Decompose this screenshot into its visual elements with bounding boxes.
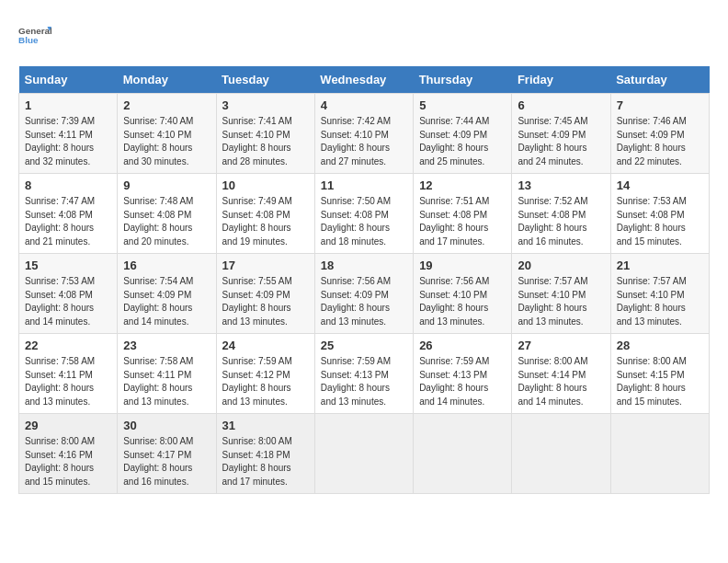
day-info: Sunrise: 7:55 AM Sunset: 4:09 PM Dayligh… xyxy=(222,275,309,328)
calendar-cell: 29 Sunrise: 8:00 AM Sunset: 4:16 PM Dayl… xyxy=(19,414,118,494)
calendar-day-header: Friday xyxy=(512,66,610,94)
day-number: 3 xyxy=(222,98,309,112)
calendar-cell: 19 Sunrise: 7:56 AM Sunset: 4:10 PM Dayl… xyxy=(414,254,512,334)
calendar-cell: 14 Sunrise: 7:53 AM Sunset: 4:08 PM Dayl… xyxy=(610,174,709,254)
day-info: Sunrise: 7:46 AM Sunset: 4:09 PM Dayligh… xyxy=(617,115,703,168)
day-info: Sunrise: 7:40 AM Sunset: 4:10 PM Dayligh… xyxy=(123,115,210,168)
calendar-cell xyxy=(314,414,413,494)
day-number: 15 xyxy=(25,259,111,272)
day-number: 2 xyxy=(123,98,210,112)
day-info: Sunrise: 7:51 AM Sunset: 4:08 PM Dayligh… xyxy=(419,195,506,248)
day-number: 20 xyxy=(518,259,604,272)
day-info: Sunrise: 7:44 AM Sunset: 4:09 PM Dayligh… xyxy=(419,115,506,168)
day-info: Sunrise: 7:57 AM Sunset: 4:10 PM Dayligh… xyxy=(617,275,703,328)
calendar-week-row: 29 Sunrise: 8:00 AM Sunset: 4:16 PM Dayl… xyxy=(19,414,710,494)
calendar-cell: 21 Sunrise: 7:57 AM Sunset: 4:10 PM Dayl… xyxy=(610,254,709,334)
day-number: 1 xyxy=(25,98,111,112)
calendar-cell: 18 Sunrise: 7:56 AM Sunset: 4:09 PM Dayl… xyxy=(314,254,413,334)
calendar-cell: 28 Sunrise: 8:00 AM Sunset: 4:15 PM Dayl… xyxy=(610,334,709,414)
calendar-cell: 5 Sunrise: 7:44 AM Sunset: 4:09 PM Dayli… xyxy=(414,94,512,174)
day-info: Sunrise: 7:59 AM Sunset: 4:13 PM Dayligh… xyxy=(419,355,506,408)
day-info: Sunrise: 7:47 AM Sunset: 4:08 PM Dayligh… xyxy=(25,195,111,248)
calendar-week-row: 8 Sunrise: 7:47 AM Sunset: 4:08 PM Dayli… xyxy=(19,174,710,254)
day-info: Sunrise: 7:57 AM Sunset: 4:10 PM Dayligh… xyxy=(518,275,604,328)
calendar-week-row: 1 Sunrise: 7:39 AM Sunset: 4:11 PM Dayli… xyxy=(19,94,710,174)
day-number: 19 xyxy=(419,259,506,272)
day-info: Sunrise: 7:56 AM Sunset: 4:10 PM Dayligh… xyxy=(419,275,506,328)
day-info: Sunrise: 7:59 AM Sunset: 4:13 PM Dayligh… xyxy=(321,355,407,408)
calendar-cell: 26 Sunrise: 7:59 AM Sunset: 4:13 PM Dayl… xyxy=(414,334,512,414)
calendar-cell: 7 Sunrise: 7:46 AM Sunset: 4:09 PM Dayli… xyxy=(610,94,709,174)
day-number: 27 xyxy=(518,339,604,352)
day-number: 9 xyxy=(123,178,210,192)
day-info: Sunrise: 7:58 AM Sunset: 4:11 PM Dayligh… xyxy=(25,355,111,408)
page-header: General Blue xyxy=(18,18,710,52)
day-info: Sunrise: 7:48 AM Sunset: 4:08 PM Dayligh… xyxy=(123,195,210,248)
calendar-cell: 11 Sunrise: 7:50 AM Sunset: 4:08 PM Dayl… xyxy=(314,174,413,254)
day-number: 8 xyxy=(25,178,111,192)
calendar-cell: 25 Sunrise: 7:59 AM Sunset: 4:13 PM Dayl… xyxy=(314,334,413,414)
day-info: Sunrise: 7:53 AM Sunset: 4:08 PM Dayligh… xyxy=(617,195,703,248)
day-info: Sunrise: 7:39 AM Sunset: 4:11 PM Dayligh… xyxy=(25,115,111,168)
day-info: Sunrise: 8:00 AM Sunset: 4:17 PM Dayligh… xyxy=(123,435,210,488)
svg-text:Blue: Blue xyxy=(18,35,39,45)
day-number: 6 xyxy=(518,98,604,112)
day-info: Sunrise: 7:41 AM Sunset: 4:10 PM Dayligh… xyxy=(222,115,309,168)
day-number: 14 xyxy=(617,178,703,192)
calendar-cell: 13 Sunrise: 7:52 AM Sunset: 4:08 PM Dayl… xyxy=(512,174,610,254)
day-info: Sunrise: 7:50 AM Sunset: 4:08 PM Dayligh… xyxy=(321,195,407,248)
day-number: 30 xyxy=(123,419,210,432)
calendar-day-header: Sunday xyxy=(19,66,118,94)
calendar-week-row: 15 Sunrise: 7:53 AM Sunset: 4:08 PM Dayl… xyxy=(19,254,710,334)
calendar-cell: 23 Sunrise: 7:58 AM Sunset: 4:11 PM Dayl… xyxy=(118,334,216,414)
calendar-cell xyxy=(414,414,512,494)
day-info: Sunrise: 7:58 AM Sunset: 4:11 PM Dayligh… xyxy=(123,355,210,408)
calendar-cell: 3 Sunrise: 7:41 AM Sunset: 4:10 PM Dayli… xyxy=(216,94,314,174)
calendar-cell: 30 Sunrise: 8:00 AM Sunset: 4:17 PM Dayl… xyxy=(118,414,216,494)
day-number: 5 xyxy=(419,98,506,112)
day-info: Sunrise: 8:00 AM Sunset: 4:16 PM Dayligh… xyxy=(25,435,111,488)
day-number: 4 xyxy=(321,98,407,112)
day-info: Sunrise: 8:00 AM Sunset: 4:14 PM Dayligh… xyxy=(518,355,604,408)
calendar-cell: 1 Sunrise: 7:39 AM Sunset: 4:11 PM Dayli… xyxy=(19,94,118,174)
calendar-day-header: Thursday xyxy=(414,66,512,94)
calendar-day-header: Wednesday xyxy=(314,66,413,94)
day-info: Sunrise: 8:00 AM Sunset: 4:15 PM Dayligh… xyxy=(617,355,703,408)
day-number: 21 xyxy=(617,259,703,272)
day-info: Sunrise: 7:59 AM Sunset: 4:12 PM Dayligh… xyxy=(222,355,309,408)
general-blue-logo-icon: General Blue xyxy=(18,18,51,52)
calendar-week-row: 22 Sunrise: 7:58 AM Sunset: 4:11 PM Dayl… xyxy=(19,334,710,414)
calendar-cell: 17 Sunrise: 7:55 AM Sunset: 4:09 PM Dayl… xyxy=(216,254,314,334)
day-number: 29 xyxy=(25,419,111,432)
logo: General Blue xyxy=(18,18,51,52)
day-number: 10 xyxy=(222,178,309,192)
calendar-day-header: Saturday xyxy=(610,66,709,94)
day-info: Sunrise: 7:52 AM Sunset: 4:08 PM Dayligh… xyxy=(518,195,604,248)
calendar-cell: 12 Sunrise: 7:51 AM Sunset: 4:08 PM Dayl… xyxy=(414,174,512,254)
day-number: 13 xyxy=(518,178,604,192)
day-number: 26 xyxy=(419,339,506,352)
calendar-cell: 4 Sunrise: 7:42 AM Sunset: 4:10 PM Dayli… xyxy=(314,94,413,174)
day-number: 24 xyxy=(222,339,309,352)
day-number: 12 xyxy=(419,178,506,192)
calendar-cell xyxy=(610,414,709,494)
calendar-day-header: Tuesday xyxy=(216,66,314,94)
calendar-cell: 15 Sunrise: 7:53 AM Sunset: 4:08 PM Dayl… xyxy=(19,254,118,334)
calendar-cell: 8 Sunrise: 7:47 AM Sunset: 4:08 PM Dayli… xyxy=(19,174,118,254)
day-info: Sunrise: 7:42 AM Sunset: 4:10 PM Dayligh… xyxy=(321,115,407,168)
day-info: Sunrise: 7:45 AM Sunset: 4:09 PM Dayligh… xyxy=(518,115,604,168)
calendar-cell: 24 Sunrise: 7:59 AM Sunset: 4:12 PM Dayl… xyxy=(216,334,314,414)
svg-text:General: General xyxy=(18,26,51,36)
calendar-header-row: SundayMondayTuesdayWednesdayThursdayFrid… xyxy=(19,66,710,94)
calendar-cell: 16 Sunrise: 7:54 AM Sunset: 4:09 PM Dayl… xyxy=(118,254,216,334)
day-number: 18 xyxy=(321,259,407,272)
calendar-cell xyxy=(512,414,610,494)
calendar-cell: 2 Sunrise: 7:40 AM Sunset: 4:10 PM Dayli… xyxy=(118,94,216,174)
day-number: 28 xyxy=(617,339,703,352)
day-info: Sunrise: 8:00 AM Sunset: 4:18 PM Dayligh… xyxy=(222,435,309,488)
calendar-day-header: Monday xyxy=(118,66,216,94)
calendar-cell: 10 Sunrise: 7:49 AM Sunset: 4:08 PM Dayl… xyxy=(216,174,314,254)
calendar-cell: 27 Sunrise: 8:00 AM Sunset: 4:14 PM Dayl… xyxy=(512,334,610,414)
calendar-cell: 31 Sunrise: 8:00 AM Sunset: 4:18 PM Dayl… xyxy=(216,414,314,494)
day-info: Sunrise: 7:54 AM Sunset: 4:09 PM Dayligh… xyxy=(123,275,210,328)
